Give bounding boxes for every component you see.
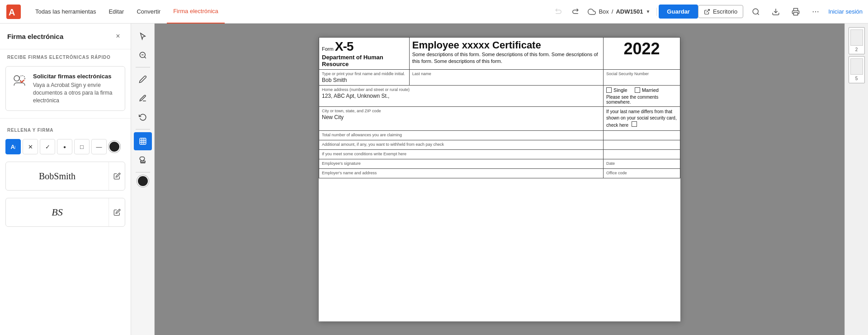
nav-firma-electronica[interactable]: Firma electrónica bbox=[167, 0, 225, 24]
save-button[interactable]: Guardar bbox=[659, 5, 698, 19]
stamp-tool-button[interactable] bbox=[134, 151, 152, 169]
close-panel-button[interactable]: × bbox=[113, 31, 123, 42]
page-number-5: 5 bbox=[855, 76, 858, 81]
check-tool-button[interactable]: ✓ bbox=[40, 139, 55, 154]
card1-desc: Vaya a Acrobat Sign y envíe documentos a… bbox=[33, 81, 119, 104]
chevron-down-icon: ▼ bbox=[646, 9, 650, 14]
cell-exempt: If you meet some conditions write Exempt… bbox=[319, 150, 604, 159]
box-label-text: Box bbox=[599, 8, 609, 15]
allowances-label: Total number of allowances you are claim… bbox=[322, 133, 600, 137]
form-title-cell: Employee xxxxx Certificate Some descript… bbox=[409, 38, 603, 70]
undo-tool-button[interactable] bbox=[134, 108, 152, 126]
row-name: Type or print your first name and middle… bbox=[319, 70, 680, 86]
signature-box-2[interactable]: BS bbox=[5, 198, 125, 227]
cell-allowances-right bbox=[604, 131, 680, 140]
form-number: X-5 bbox=[335, 39, 354, 53]
marital-checkbox-row: Single Married bbox=[606, 87, 677, 93]
married-checkbox-item: Married bbox=[635, 87, 659, 93]
pencil-tool-button[interactable] bbox=[134, 70, 152, 88]
more-button[interactable] bbox=[808, 5, 823, 19]
svg-point-3 bbox=[753, 9, 758, 14]
signature-content-2: BS bbox=[6, 198, 108, 226]
cell-ssn: Social Security Number bbox=[604, 70, 680, 86]
cell-date: Date bbox=[604, 159, 680, 169]
form-header-row: Form X-5 Department of Human Resource Em… bbox=[319, 38, 680, 70]
iniciar-sesion-link[interactable]: Iniciar sesión bbox=[828, 8, 863, 15]
single-checkbox[interactable] bbox=[606, 87, 612, 93]
dept-label: Department of Human Resource bbox=[322, 54, 383, 67]
highlight-tool-button[interactable] bbox=[134, 89, 152, 107]
line-tool-button[interactable]: — bbox=[91, 139, 107, 154]
cell-marital-status: Single Married Please see the comments s… bbox=[604, 86, 680, 107]
edit-icon bbox=[113, 172, 121, 180]
color-swatch[interactable] bbox=[108, 141, 120, 153]
panel-header: Firma electrónica × bbox=[0, 24, 131, 49]
signature-box-1[interactable]: BobSmith bbox=[5, 162, 125, 191]
page-mini-2 bbox=[850, 29, 863, 46]
exempt-label: If you meet some conditions write Exempt… bbox=[322, 152, 600, 156]
escritorio-button[interactable]: Escritorio bbox=[698, 5, 743, 18]
address-value: 123, ABC Apt, Unknown St., bbox=[322, 93, 600, 99]
married-checkbox[interactable] bbox=[635, 87, 640, 93]
cloud-icon bbox=[588, 8, 596, 16]
page-number-2: 2 bbox=[855, 47, 858, 52]
signature-content-1: BobSmith bbox=[6, 162, 108, 190]
undo-redo-group bbox=[552, 5, 582, 19]
svg-line-4 bbox=[758, 13, 759, 14]
svg-rect-6 bbox=[794, 12, 798, 15]
cell-additional-right bbox=[604, 140, 680, 150]
page-mini-5 bbox=[850, 58, 863, 75]
married-label: Married bbox=[642, 87, 659, 93]
comments-text: Please see the comments somewhere. bbox=[606, 95, 677, 105]
dot-tool-button[interactable]: ● bbox=[57, 139, 72, 154]
zoom-out-tool-button[interactable] bbox=[134, 46, 152, 64]
nav-convertir[interactable]: Convertir bbox=[130, 0, 167, 24]
solicitar-firmas-card[interactable]: Solicitar firmas electrónicas Vaya a Acr… bbox=[5, 66, 125, 111]
undo-button[interactable] bbox=[552, 5, 566, 19]
row-additional: Additional amount, if any, you want to w… bbox=[319, 140, 680, 150]
nav-todas-herramientas[interactable]: Todas las herramientas bbox=[29, 0, 102, 24]
select-tool-button[interactable] bbox=[134, 27, 152, 45]
form-year: 2022 bbox=[606, 39, 677, 58]
print-button[interactable] bbox=[788, 5, 803, 19]
svg-point-8 bbox=[815, 11, 816, 12]
download-button[interactable] bbox=[769, 5, 783, 19]
text-select-tool-button[interactable] bbox=[134, 132, 152, 150]
nav-editar[interactable]: Editar bbox=[102, 0, 130, 24]
date-label: Date bbox=[606, 161, 677, 166]
additional-label: Additional amount, if any, you want to w… bbox=[322, 142, 600, 147]
office-code-label: Office code bbox=[606, 171, 677, 175]
signature-edit-button-1[interactable] bbox=[108, 162, 125, 190]
row-city: City or town, state, and ZIP code New Ci… bbox=[319, 107, 680, 131]
cell-lastname-check: If your last name differs from that show… bbox=[604, 107, 680, 131]
main-area: Firma electrónica × RECIBE FIRMAS ELECTR… bbox=[0, 24, 868, 335]
svg-text:A: A bbox=[9, 7, 15, 17]
redo-button[interactable] bbox=[568, 5, 582, 19]
row-signature: Employee's signature Date bbox=[319, 159, 680, 169]
cell-address: Home address (number and street or rural… bbox=[319, 86, 604, 107]
download-icon bbox=[772, 8, 780, 16]
panel-title: Firma electrónica bbox=[7, 33, 63, 40]
search-button[interactable] bbox=[749, 5, 763, 19]
city-value: New City bbox=[322, 114, 600, 120]
single-label: Single bbox=[613, 87, 627, 93]
cell-exempt-right bbox=[604, 150, 680, 159]
page-thumb-2[interactable]: 2 bbox=[849, 27, 865, 54]
city-label: City or town, state, and ZIP code bbox=[322, 109, 600, 113]
document-page: Form X-5 Department of Human Resource Em… bbox=[319, 37, 680, 321]
tool-color-swatch[interactable] bbox=[137, 175, 149, 187]
cell-last-name: Last name bbox=[409, 70, 603, 86]
text-tool-button[interactable]: A | bbox=[5, 139, 21, 154]
form-table: Form X-5 Department of Human Resource Em… bbox=[319, 37, 680, 178]
lastname-check-checkbox[interactable] bbox=[632, 121, 637, 127]
cell-city: City or town, state, and ZIP code New Ci… bbox=[319, 107, 604, 131]
first-name-label: Type or print your first name and middle… bbox=[322, 72, 406, 76]
signature-edit-button-2[interactable] bbox=[108, 198, 125, 226]
lastname-check-text: If your last name differs from that show… bbox=[606, 109, 677, 129]
solicitar-firmas-icon bbox=[11, 73, 28, 89]
box-tool-button[interactable]: □ bbox=[74, 139, 90, 154]
page-thumb-5[interactable]: 5 bbox=[849, 56, 865, 83]
svg-point-7 bbox=[813, 11, 814, 12]
cross-tool-button[interactable]: ✕ bbox=[23, 139, 38, 154]
cell-signature: Employee's signature bbox=[319, 159, 604, 169]
